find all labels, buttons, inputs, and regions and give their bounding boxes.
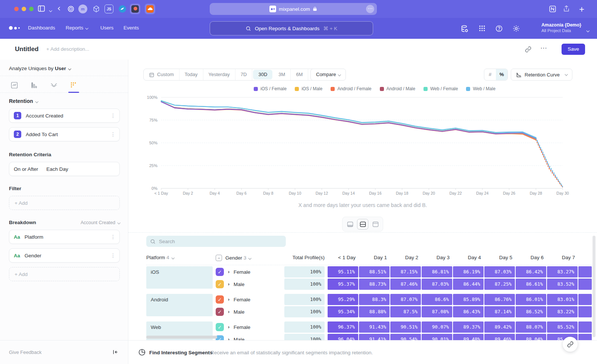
zoom-window-button[interactable] (29, 7, 34, 11)
chart-type-dropdown[interactable]: Retention Curve (511, 69, 572, 81)
tab-flows[interactable] (49, 80, 59, 92)
format-number-button[interactable]: # (484, 69, 496, 80)
add-filter-button[interactable]: + Add (9, 196, 120, 210)
add-description[interactable]: + Add description... (46, 46, 89, 52)
series-checkbox[interactable]: ✓ (216, 308, 224, 316)
platform-column-header[interactable]: Platform 4 (146, 255, 174, 260)
mixpanel-logo[interactable] (9, 26, 20, 30)
range-30d[interactable]: 30D (253, 70, 272, 79)
retention-value-cell[interactable]: 88.73% (359, 279, 390, 290)
retention-value-cell[interactable]: 90.54% (390, 334, 421, 340)
expand-row-icon[interactable]: › (228, 269, 229, 274)
legend-item[interactable]: Web / Female (423, 86, 458, 91)
retention-value-cell[interactable]: 91.41% (359, 334, 390, 340)
report-title[interactable]: Untitled (15, 46, 38, 53)
add-breakdown-button[interactable]: + Add (9, 267, 120, 281)
series-checkbox[interactable]: ✓ (216, 268, 224, 276)
format-percent-button[interactable]: % (496, 69, 507, 80)
tab-funnels[interactable] (29, 80, 40, 92)
new-tab-icon[interactable]: + (579, 4, 584, 15)
analyze-uniques-row[interactable]: Analyze Uniques by User (0, 60, 128, 76)
retention-value-cell[interactable]: 87.14% (484, 306, 515, 317)
retention-value-cell[interactable]: 83.27% (547, 266, 578, 277)
settings-gear-icon[interactable] (512, 25, 520, 32)
retention-value-cell-clipped[interactable] (578, 321, 592, 333)
horizontal-scrollbar[interactable] (146, 336, 217, 339)
collapse-sidebar-icon[interactable] (112, 349, 118, 355)
close-window-button[interactable] (14, 7, 19, 11)
retention-value-cell[interactable]: 86.44% (453, 279, 484, 290)
legend-item[interactable]: Android / Male (380, 86, 415, 91)
step-2-menu-icon[interactable]: ⋮ (110, 133, 115, 135)
legend-item[interactable]: iOS / Female (254, 86, 287, 91)
retention-value-cell[interactable]: 96.37% (328, 321, 358, 333)
retention-value-cell-clipped[interactable] (578, 279, 592, 290)
project-chevron-icon[interactable] (584, 27, 589, 34)
retention-value-cell[interactable]: 86.52% (516, 306, 546, 317)
extension-soundcloud-icon[interactable] (145, 4, 155, 14)
retention-value-cell[interactable]: 95.11% (328, 266, 358, 277)
nav-users[interactable]: Users (100, 25, 113, 31)
expand-row-icon[interactable]: › (228, 282, 229, 287)
notion-extension-icon[interactable] (548, 5, 557, 13)
apps-grid-icon[interactable] (478, 25, 486, 32)
back-button[interactable] (56, 5, 63, 12)
retention-value-cell[interactable]: 87.25% (484, 279, 515, 290)
breakdown-gender-menu-icon[interactable]: ⋮ (110, 254, 115, 257)
retention-value-cell[interactable]: 96.04% (328, 334, 358, 340)
extension-m-icon[interactable]: m (78, 4, 87, 13)
series-checkbox[interactable]: ✓ (216, 323, 224, 331)
retention-criteria-card[interactable]: On or After Each Day (9, 162, 120, 176)
breakdown-scope-dropdown[interactable]: Account Created (81, 220, 120, 225)
tab-insights[interactable] (9, 80, 20, 92)
layout-split-button[interactable] (357, 219, 368, 229)
retention-value-cell-clipped[interactable] (578, 294, 592, 305)
gender-column-header[interactable]: − Gender 3 (216, 255, 251, 261)
retention-value-cell[interactable]: 86.42% (516, 266, 546, 277)
extension-js-icon[interactable]: JS (104, 4, 113, 13)
retention-value-cell[interactable]: 83.22% (547, 306, 578, 317)
retention-value-cell[interactable]: 86.76% (484, 294, 515, 305)
retention-value-cell[interactable]: 88.04% (516, 334, 546, 340)
copy-link-icon[interactable] (525, 46, 531, 53)
retention-value-cell[interactable]: 87.03% (422, 279, 452, 290)
layout-table-only-button[interactable] (370, 219, 381, 229)
retention-value-cell[interactable]: 88.3% (359, 294, 390, 305)
data-management-icon[interactable] (460, 25, 469, 33)
range-yesterday[interactable]: Yesterday (203, 69, 235, 80)
retention-value-cell-clipped[interactable] (578, 334, 592, 340)
retention-value-cell[interactable]: 86.19% (453, 266, 484, 277)
retention-value-cell[interactable]: 90.51% (390, 321, 421, 333)
layout-chart-only-button[interactable] (344, 219, 356, 229)
retention-value-cell[interactable]: 88.07% (516, 321, 546, 333)
address-bar[interactable]: mixpanel.com ⋯ (210, 3, 377, 15)
breakdown-platform-menu-icon[interactable]: ⋮ (110, 236, 115, 238)
table-search[interactable] (146, 236, 286, 247)
nav-events[interactable]: Events (124, 25, 139, 31)
expand-row-icon[interactable]: › (228, 297, 229, 302)
project-switcher[interactable]: Amazonia {Demo} All Project Data (541, 22, 581, 33)
floating-share-link-button[interactable] (563, 337, 578, 352)
extension-bird-icon[interactable] (117, 4, 128, 14)
step-1-menu-icon[interactable]: ⋮ (110, 114, 115, 117)
extension-rings-icon[interactable] (66, 4, 76, 14)
retention-value-cell[interactable]: 83.52% (547, 279, 578, 290)
give-feedback-link[interactable]: Give Feedback (9, 349, 41, 355)
range-custom[interactable]: Custom (144, 69, 179, 80)
range-7d[interactable]: 7D (235, 69, 253, 80)
retention-value-cell[interactable]: 86.6% (422, 294, 452, 305)
retention-step-2[interactable]: 2 Added To Cart ⋮ (9, 127, 120, 141)
retention-value-cell[interactable]: 85.89% (453, 294, 484, 305)
extension-red-dot-icon[interactable] (130, 4, 140, 14)
series-checkbox[interactable]: ✓ (216, 280, 224, 288)
help-icon[interactable] (495, 25, 503, 32)
retention-step-1[interactable]: 1 Account Created ⋮ (9, 109, 120, 123)
retention-value-cell-clipped[interactable] (578, 306, 592, 317)
retention-value-cell[interactable]: 83.01% (547, 294, 578, 305)
range-3m[interactable]: 3M (273, 69, 291, 80)
retention-value-cell[interactable]: 88.51% (359, 266, 390, 277)
retention-value-cell[interactable]: 95.37% (328, 279, 358, 290)
legend-item[interactable]: iOS / Male (295, 86, 322, 91)
retention-value-cell[interactable]: 89.46% (484, 334, 515, 340)
retention-value-cell[interactable]: 87.46% (390, 279, 421, 290)
